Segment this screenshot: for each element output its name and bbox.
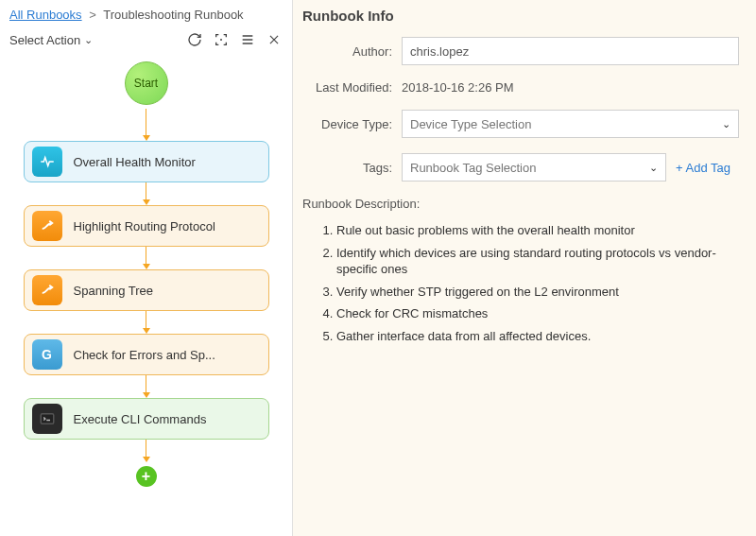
start-node[interactable]: Start (125, 61, 168, 105)
svg-rect-1 (41, 414, 54, 424)
device-type-row: Device Type: Device Type Selection ⌄ (302, 110, 739, 138)
author-input[interactable] (402, 37, 739, 65)
step-overall-health-monitor[interactable]: Overall Health Monitor (24, 141, 269, 182)
description-item: Identify which devices are using standar… (336, 245, 739, 278)
tags-placeholder: Runbook Tag Selection (410, 161, 536, 175)
description-label: Runbook Description: (302, 197, 739, 211)
select-action-dropdown[interactable]: Select Action ⌄ (9, 33, 93, 47)
step-label: Check for Errors and Sp... (74, 348, 215, 362)
description-item: Gather interface data from all affected … (336, 328, 739, 345)
step-check-errors[interactable]: G Check for Errors and Sp... (24, 334, 269, 375)
chevron-down-icon: ⌄ (84, 34, 93, 46)
close-icon[interactable] (266, 31, 283, 48)
add-step-button[interactable]: + (136, 466, 157, 487)
device-type-select[interactable]: Device Type Selection ⌄ (402, 110, 739, 138)
step-execute-cli[interactable]: Execute CLI Commands (24, 398, 269, 440)
tags-label: Tags: (302, 161, 402, 175)
select-action-label: Select Action (9, 33, 80, 47)
author-label: Author: (302, 44, 402, 59)
refresh-icon[interactable] (186, 31, 203, 48)
step-spanning-tree[interactable]: Spanning Tree (24, 269, 269, 311)
right-pane: Runbook Info Author: Last Modified: 2018… (293, 0, 756, 536)
flow-arrow (143, 375, 150, 398)
globe-icon: G (32, 339, 62, 370)
route-icon (32, 211, 62, 241)
breadcrumb-current: Troubleshooting Runbook (103, 8, 243, 22)
terminal-icon (32, 404, 62, 434)
description-item: Verify whether STP triggered on the L2 e… (336, 284, 739, 301)
flow-arrow (143, 182, 150, 205)
route-icon (32, 275, 62, 305)
left-pane: All Runbooks > Troubleshooting Runbook S… (0, 0, 293, 536)
breadcrumb-separator: > (89, 8, 96, 22)
description-list: Rule out basic problems with the overall… (302, 222, 739, 344)
start-node-label: Start (134, 77, 158, 90)
step-label: Overall Health Monitor (74, 155, 196, 169)
tags-select[interactable]: Runbook Tag Selection ⌄ (402, 153, 666, 182)
description-item: Rule out basic problems with the overall… (336, 222, 739, 239)
chevron-down-icon: ⌄ (649, 162, 658, 174)
panel-title: Runbook Info (302, 8, 739, 24)
tags-row: Tags: Runbook Tag Selection ⌄ + Add Tag (302, 153, 739, 182)
flow-arrow (143, 311, 150, 334)
app-root: All Runbooks > Troubleshooting Runbook S… (0, 0, 756, 536)
focus-icon[interactable] (213, 31, 230, 48)
toolbar: Select Action ⌄ (9, 31, 283, 48)
author-row: Author: (302, 37, 739, 65)
svg-point-0 (220, 39, 222, 41)
description-item: Check for CRC mismatches (336, 305, 739, 322)
pulse-icon (32, 147, 62, 177)
device-type-placeholder: Device Type Selection (410, 117, 531, 131)
flow-arrow (143, 440, 150, 462)
breadcrumb-root-link[interactable]: All Runbooks (9, 8, 82, 22)
toolbar-icons (186, 31, 283, 48)
add-tag-link[interactable]: + Add Tag (676, 161, 730, 175)
step-label: Spanning Tree (74, 284, 154, 298)
chevron-down-icon: ⌄ (722, 118, 730, 130)
flow-arrow (143, 247, 150, 269)
list-icon[interactable] (239, 31, 256, 48)
flow-canvas: Start Overall Health Monitor Highlight R… (9, 58, 283, 487)
step-highlight-routing-protocol[interactable]: Highlight Routing Protocol (24, 205, 269, 247)
modified-value: 2018-10-16 2:26 PM (402, 80, 514, 95)
modified-row: Last Modified: 2018-10-16 2:26 PM (302, 80, 739, 95)
flow-arrow (143, 109, 150, 141)
step-label: Highlight Routing Protocol (74, 219, 215, 233)
modified-label: Last Modified: (302, 80, 402, 95)
device-type-label: Device Type: (302, 117, 402, 131)
breadcrumb: All Runbooks > Troubleshooting Runbook (9, 8, 283, 22)
step-label: Execute CLI Commands (74, 412, 207, 426)
